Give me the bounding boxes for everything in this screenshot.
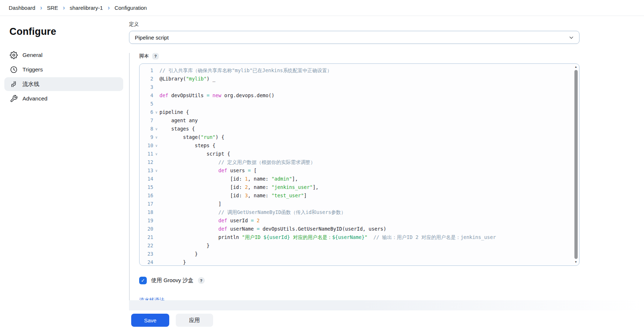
code-line: 10∨ steps { — [140, 141, 579, 150]
line-number: 21 — [140, 233, 153, 242]
groovy-sandbox-checkbox[interactable]: ✓ — [139, 277, 147, 284]
line-number: 13 — [140, 166, 153, 175]
script-header: 脚本 ? — [139, 53, 579, 59]
fold-chevron-icon[interactable]: ∨ — [153, 125, 159, 133]
code-text: [id: 2, name: "jenkins_user"], — [159, 183, 319, 191]
code-line: 13∨ def users = [ — [140, 166, 579, 175]
footer-fade-band — [129, 300, 644, 310]
line-number: 6 — [140, 108, 153, 116]
fold-chevron-icon — [153, 216, 159, 225]
line-number: 10 — [140, 141, 153, 150]
save-button[interactable]: Save — [131, 314, 169, 327]
chevron-down-icon — [569, 35, 574, 40]
code-text: } — [159, 250, 198, 258]
code-line: 6∨pipeline { — [140, 108, 579, 116]
code-line: 4def devOpsUtils = new org.devops.demo() — [140, 91, 579, 100]
apply-button[interactable]: 应用 — [176, 314, 213, 327]
code-line: 17 ] — [140, 200, 579, 208]
footer-bar: Save 应用 — [0, 310, 644, 330]
code-line: 14 [id: 1, name: "admin"], — [140, 175, 579, 183]
code-text: [id: 3, name: "test_user"] — [159, 191, 307, 200]
fold-chevron-icon[interactable]: ∨ — [153, 150, 159, 158]
code-text: // 引入共享库（确保共享库名称"mylib"已在Jenkins系统配置中正确设… — [159, 66, 332, 75]
fold-chevron-icon — [153, 83, 159, 91]
line-number: 4 — [140, 91, 153, 100]
fold-chevron-icon — [153, 116, 159, 125]
sidebar-item-pipeline[interactable]: 流水线 — [4, 77, 123, 91]
page-title: Configure — [9, 26, 123, 37]
fold-chevron-icon — [153, 208, 159, 216]
line-number: 5 — [140, 100, 153, 108]
code-line: 18 // 调用GetUserNameByID函数（传入id和users参数） — [140, 208, 579, 216]
content-layout: Configure GeneralTriggers流水线Advanced 定义 … — [0, 16, 644, 310]
line-number: 8 — [140, 125, 153, 133]
fold-chevron-icon — [153, 191, 159, 200]
definition-select[interactable]: Pipeline script — [129, 31, 579, 44]
sidebar-nav: GeneralTriggers流水线Advanced — [4, 48, 123, 106]
breadcrumb-item[interactable]: Dashboard — [9, 5, 35, 11]
code-text: def userName = devOpsUtils.GetUserNameBy… — [159, 225, 386, 233]
code-line: 8∨ stages { — [140, 125, 579, 133]
breadcrumb-item: Configuration — [115, 5, 147, 11]
code-line: 23 } — [140, 250, 579, 258]
sidebar-item-triggers[interactable]: Triggers — [4, 63, 123, 77]
code-line: 9∨ stage("run") { — [140, 133, 579, 141]
code-text: def devOpsUtils = new org.devops.demo() — [159, 91, 274, 100]
fold-chevron-icon[interactable]: ∨ — [153, 108, 159, 116]
sandbox-help-icon[interactable]: ? — [198, 277, 205, 284]
line-number: 12 — [140, 158, 153, 166]
code-line: 16 [id: 3, name: "test_user"] — [140, 191, 579, 200]
code-line: 21 println "用户ID ${userId} 对应的用户名是：${use… — [140, 233, 579, 242]
scroll-down-arrow-icon[interactable]: ▼ — [573, 260, 578, 265]
fold-chevron-icon[interactable]: ∨ — [153, 141, 159, 150]
configure-page: Dashboard›SRE›sharelibrary-1›Configurati… — [0, 0, 644, 330]
code-text: pipeline { — [159, 108, 189, 116]
line-number: 3 — [140, 83, 153, 91]
code-text: // 调用GetUserNameByID函数（传入id和users参数） — [159, 208, 346, 216]
code-line: 20 def userName = devOpsUtils.GetUserNam… — [140, 225, 579, 233]
fold-chevron-icon — [153, 175, 159, 183]
line-number: 14 — [140, 175, 153, 183]
line-number: 11 — [140, 150, 153, 158]
fold-chevron-icon — [153, 66, 159, 75]
sidebar-item-general[interactable]: General — [4, 48, 123, 62]
code-text: } — [159, 258, 186, 266]
breadcrumb-separator-icon: › — [63, 4, 65, 11]
script-help-icon[interactable]: ? — [152, 53, 159, 59]
fold-chevron-icon — [153, 225, 159, 233]
script-label: 脚本 — [139, 53, 149, 59]
line-number: 15 — [140, 183, 153, 191]
fold-chevron-icon — [153, 158, 159, 166]
fold-chevron-icon[interactable]: ∨ — [153, 133, 159, 141]
code-text: [id: 1, name: "admin"], — [159, 175, 298, 183]
fold-chevron-icon — [153, 183, 159, 191]
line-number: 1 — [140, 66, 153, 75]
line-number: 18 — [140, 208, 153, 216]
breadcrumb: Dashboard›SRE›sharelibrary-1›Configurati… — [0, 0, 644, 16]
code-text: stage("run") { — [159, 133, 224, 141]
pipeline-script-section: 脚本 ? 1// 引入共享库（确保共享库名称"mylib"已在Jenkins系统… — [129, 53, 579, 304]
breadcrumb-separator-icon: › — [108, 4, 110, 11]
editor-scrollbar[interactable]: ▲ ▼ — [573, 65, 578, 265]
wrench-icon — [10, 95, 18, 103]
fold-chevron-icon — [153, 100, 159, 108]
sidebar: Configure GeneralTriggers流水线Advanced — [0, 16, 126, 310]
line-number: 20 — [140, 225, 153, 233]
fold-chevron-icon — [153, 242, 159, 250]
scroll-up-arrow-icon[interactable]: ▲ — [573, 65, 578, 70]
fold-chevron-icon — [153, 75, 159, 83]
code-line: 12 // 定义用户数据（根据你的实际需求调整） — [140, 158, 579, 166]
code-text: println "用户ID ${userId} 对应的用户名是：${userNa… — [159, 233, 496, 242]
code-text: agent any — [159, 116, 198, 125]
gear-icon — [10, 51, 18, 59]
scrollbar-thumb[interactable] — [574, 70, 578, 259]
code-line: 11∨ script { — [140, 150, 579, 158]
fold-chevron-icon[interactable]: ∨ — [153, 166, 159, 175]
sidebar-item-label: 流水线 — [22, 81, 40, 88]
breadcrumb-item[interactable]: SRE — [47, 5, 58, 11]
breadcrumb-item[interactable]: sharelibrary-1 — [70, 5, 103, 11]
line-number: 7 — [140, 116, 153, 125]
sidebar-item-advanced[interactable]: Advanced — [4, 92, 123, 106]
pipeline-script-editor[interactable]: 1// 引入共享库（确保共享库名称"mylib"已在Jenkins系统配置中正确… — [139, 63, 579, 266]
code-text: @Library("mylib") _ — [159, 75, 215, 83]
